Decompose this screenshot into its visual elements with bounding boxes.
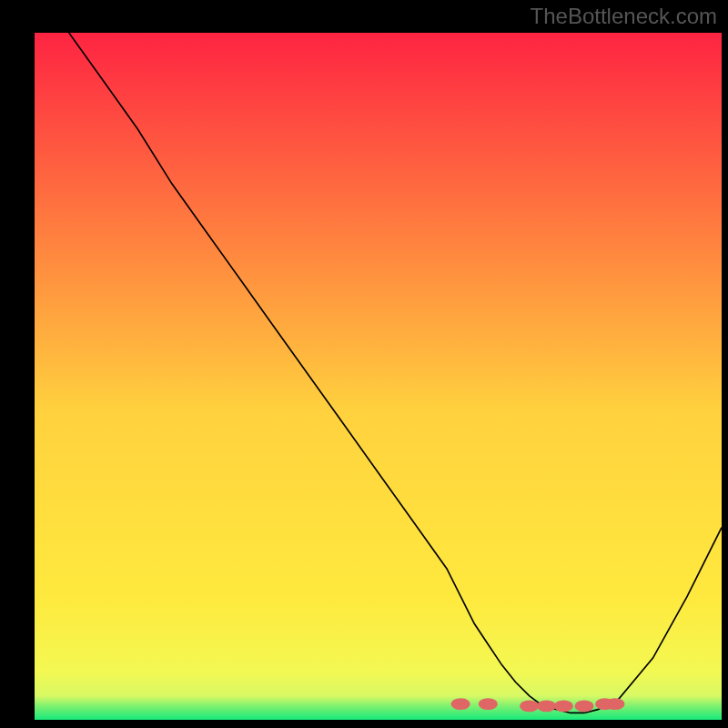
curve-marker [479,698,498,710]
chart-frame: TheBottleneck.com [0,0,728,728]
frame-right [722,0,728,728]
curve-marker [520,700,539,712]
bottleneck-curve [35,33,722,720]
watermark-text: TheBottleneck.com [531,4,717,29]
frame-left [0,0,35,728]
curve-marker [605,698,624,710]
curve-marker [574,700,593,712]
curve-marker [554,700,573,712]
frame-bottom [0,720,728,728]
curve-marker [451,698,470,710]
curve-marker [537,700,556,712]
